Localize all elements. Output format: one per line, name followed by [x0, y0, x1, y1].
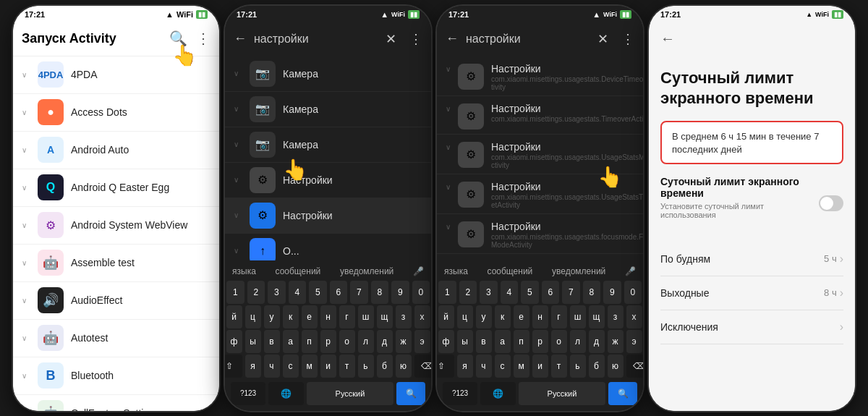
more-icon-3[interactable]: ⋮: [621, 31, 634, 47]
list-item[interactable]: ∨ ⚙ Настройки com.xiaomi.misettings.usag…: [437, 56, 643, 96]
key[interactable]: ж: [396, 330, 412, 353]
key[interactable]: 7: [350, 281, 368, 304]
key[interactable]: с: [283, 355, 299, 378]
key[interactable]: г: [339, 305, 355, 328]
key[interactable]: й: [226, 305, 242, 328]
key[interactable]: г: [551, 305, 567, 328]
back-icon-4[interactable]: ←: [660, 30, 675, 47]
space-key[interactable]: Русский: [307, 382, 393, 405]
list-item[interactable]: ∨ B Bluetooth: [13, 357, 219, 395]
key[interactable]: щ: [377, 305, 393, 328]
key[interactable]: 4: [289, 281, 307, 304]
key[interactable]: й: [438, 305, 454, 328]
phone4-weekend-row[interactable]: Выходные 8 ч ›: [660, 276, 843, 310]
key[interactable]: 4: [501, 281, 519, 304]
key[interactable]: 1: [438, 281, 456, 304]
numbers-key-3[interactable]: ?123: [443, 382, 477, 405]
key[interactable]: х: [626, 305, 642, 328]
list-item[interactable]: ∨ Q Android Q Easter Egg: [13, 169, 219, 207]
list-item[interactable]: ∨ 🔊 AudioEffect: [13, 282, 219, 320]
key[interactable]: ш: [570, 305, 586, 328]
key[interactable]: у: [476, 305, 492, 328]
key[interactable]: т: [339, 355, 355, 378]
key[interactable]: п: [514, 330, 529, 353]
key[interactable]: о: [551, 330, 567, 353]
key[interactable]: ч: [476, 355, 492, 378]
key[interactable]: э: [414, 330, 430, 353]
shift-key[interactable]: ⇧: [225, 355, 242, 378]
search-key-3[interactable]: 🔍: [608, 382, 637, 405]
numbers-key[interactable]: ?123: [231, 382, 265, 405]
key[interactable]: 0: [412, 281, 430, 304]
back-icon-2[interactable]: ←: [234, 31, 247, 46]
key[interactable]: у: [264, 305, 280, 328]
key[interactable]: з: [608, 305, 624, 328]
key[interactable]: 8: [583, 281, 601, 304]
phone4-exceptions-row[interactable]: Исключения ›: [660, 310, 843, 344]
search-key[interactable]: 🔍: [396, 382, 425, 405]
key[interactable]: е: [302, 305, 318, 328]
list-item[interactable]: ∨ ⚙ Настройки com.xiaomi.misettings.usag…: [437, 135, 643, 174]
key[interactable]: и: [320, 355, 336, 378]
key[interactable]: а: [495, 330, 511, 353]
back-icon-3[interactable]: ←: [446, 31, 459, 46]
key[interactable]: ы: [245, 330, 261, 353]
more-icon[interactable]: ⋮: [196, 30, 210, 47]
key[interactable]: ф: [226, 330, 242, 353]
key[interactable]: с: [495, 355, 511, 378]
key[interactable]: ч: [264, 355, 280, 378]
key[interactable]: 3: [480, 281, 498, 304]
close-icon-3[interactable]: ✕: [597, 31, 608, 47]
list-item[interactable]: ∨ 📷 Камера: [225, 92, 431, 127]
list-item[interactable]: ∨ 🤖 Autotest: [13, 320, 219, 357]
key[interactable]: э: [626, 330, 642, 353]
list-item[interactable]: ∨ ↑ О...: [225, 234, 431, 260]
key[interactable]: м: [302, 355, 318, 378]
key[interactable]: я: [457, 355, 473, 378]
key[interactable]: т: [551, 355, 567, 378]
key[interactable]: р: [320, 330, 336, 353]
key[interactable]: р: [532, 330, 548, 353]
key[interactable]: ж: [608, 330, 624, 353]
key[interactable]: в: [264, 330, 280, 353]
key[interactable]: 2: [459, 281, 477, 304]
key[interactable]: ц: [245, 305, 261, 328]
key[interactable]: ь: [570, 355, 586, 378]
key[interactable]: м: [514, 355, 529, 378]
globe-key[interactable]: 🌐: [268, 382, 304, 405]
phone4-weekday-row[interactable]: По будням 5 ч ›: [660, 242, 843, 276]
list-item[interactable]: ∨ ⚙ Настройки com.xiaomi.misettings.usag…: [437, 214, 643, 254]
key[interactable]: 5: [521, 281, 539, 304]
backspace-key-3[interactable]: ⌫: [626, 355, 644, 378]
key[interactable]: б: [589, 355, 605, 378]
key[interactable]: д: [589, 330, 605, 353]
list-item[interactable]: ∨ ⚙ Android System WebView: [13, 207, 219, 245]
key[interactable]: 6: [542, 281, 560, 304]
backspace-key[interactable]: ⌫: [414, 355, 432, 378]
key[interactable]: 6: [330, 281, 348, 304]
key[interactable]: к: [283, 305, 299, 328]
list-item[interactable]: ∨ A Android Auto: [13, 132, 219, 169]
list-item[interactable]: ∨ ⚙ Настройки com.xiaomi.misettings.usag…: [437, 254, 643, 260]
key[interactable]: х: [414, 305, 430, 328]
key[interactable]: 9: [391, 281, 409, 304]
key[interactable]: ш: [358, 305, 374, 328]
key[interactable]: д: [377, 330, 393, 353]
key[interactable]: б: [377, 355, 393, 378]
key[interactable]: л: [358, 330, 374, 353]
key[interactable]: о: [339, 330, 355, 353]
list-item[interactable]: ∨ ⚙ Настройки: [225, 198, 431, 234]
key[interactable]: 7: [562, 281, 580, 304]
key[interactable]: ь: [358, 355, 374, 378]
close-icon-2[interactable]: ✕: [386, 31, 396, 47]
search-icon[interactable]: 🔍: [169, 30, 187, 47]
key[interactable]: я: [245, 355, 261, 378]
key[interactable]: в: [476, 330, 492, 353]
key[interactable]: л: [570, 330, 586, 353]
list-item[interactable]: ∨ 📷 Камера: [225, 56, 431, 92]
key[interactable]: з: [396, 305, 412, 328]
key[interactable]: 9: [603, 281, 621, 304]
key[interactable]: 2: [247, 281, 265, 304]
globe-key-3[interactable]: 🌐: [480, 382, 516, 405]
shift-key-3[interactable]: ⇧: [437, 355, 454, 378]
